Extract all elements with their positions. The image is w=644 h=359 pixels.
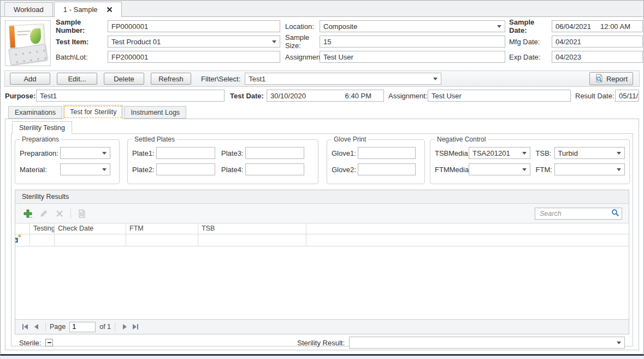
prev-page-button[interactable] [31, 321, 42, 332]
chevron-down-icon [617, 342, 621, 344]
tab-examinations[interactable]: Examinations [8, 106, 62, 119]
plate4-label: Plate4: [221, 166, 245, 174]
new-row[interactable]: * [15, 234, 629, 246]
col-ftm[interactable]: FTM [126, 223, 198, 234]
glove1-input[interactable] [358, 147, 416, 159]
search-icon[interactable] [611, 209, 619, 219]
mfg-date-input[interactable] [552, 36, 643, 48]
exp-date-input[interactable] [552, 51, 643, 63]
ftm-label: FTM: [536, 166, 554, 174]
tab-instrument-logs[interactable]: Instrument Logs [124, 106, 186, 119]
mfg-date-label: Mfg Date: [509, 38, 552, 46]
plate2-input[interactable] [156, 163, 215, 175]
material-combo[interactable] [60, 163, 110, 175]
sample-date-label: Sample Date: [509, 18, 552, 34]
tab-workload[interactable]: Workload [4, 2, 53, 16]
tab-sterility-testing[interactable]: Sterility Testing [12, 121, 72, 134]
close-icon[interactable] [107, 7, 113, 13]
sample-number-input[interactable] [108, 20, 280, 32]
delete-button[interactable]: Delete [104, 73, 144, 85]
action-toolbar: Add Edit... Delete Refresh Filter\Select… [4, 70, 640, 87]
plate4-input[interactable] [245, 163, 304, 175]
sample-form: Sample Number: Location: Composite Sampl… [56, 20, 643, 66]
plate3-input[interactable] [245, 147, 304, 159]
location-combo[interactable]: Composite [320, 20, 505, 32]
delete-row-icon[interactable] [54, 208, 66, 220]
sample-date-value: 06/04/2021 [556, 22, 591, 31]
tab-examinations-label: Examinations [15, 109, 56, 116]
results-toolbar [15, 204, 629, 223]
exp-date-label: Exp Date: [509, 53, 552, 61]
first-page-button[interactable] [20, 321, 31, 332]
col-testing[interactable]: Testing [30, 223, 55, 234]
add-button[interactable]: Add [10, 73, 50, 85]
ftm-combo[interactable] [554, 163, 625, 175]
ftm-media-label: FTMMedia: [435, 166, 469, 174]
tab-sterility-testing-label: Sterility Testing [19, 124, 65, 132]
result-date-input[interactable]: 05/11/2020 12:00 AM [615, 90, 639, 102]
main-tabs: Examinations Test for Sterility Instrume… [1, 104, 643, 119]
results-pager: Page of 1 [15, 319, 629, 334]
preparation-combo[interactable] [60, 147, 110, 159]
plate3-label: Plate3: [221, 149, 245, 157]
filter-select-label: Filter\Select: [201, 75, 240, 83]
col-tsb[interactable]: TSB [198, 223, 306, 234]
glove2-label: Glove2: [332, 166, 358, 174]
new-row-cell[interactable] [30, 234, 55, 246]
sterility-result-combo[interactable] [349, 337, 625, 349]
last-page-button[interactable] [130, 321, 141, 332]
next-page-button[interactable] [119, 321, 130, 332]
tsb-label: TSB: [536, 149, 554, 157]
new-row-cell[interactable] [55, 234, 126, 246]
glove-print-group: Glove Print Glove1: Glove2: [327, 139, 425, 184]
plate1-label: Plate1: [132, 149, 156, 157]
sample-date-input[interactable]: 06/04/2021 12:00 AM [552, 20, 643, 32]
plate1-input[interactable] [156, 147, 215, 159]
purpose-input[interactable] [36, 90, 224, 102]
new-row-cell [306, 234, 629, 246]
sample-header: Sample Number: Location: Composite Sampl… [1, 17, 643, 68]
sample-number-label: Sample Number: [56, 18, 108, 34]
test-item-combo[interactable]: Test Product 01 [108, 36, 280, 48]
settled-plates-title: Settled Plates [132, 136, 177, 143]
sterile-checkbox[interactable] [45, 339, 53, 346]
col-filler [306, 223, 629, 234]
location-value: Composite [323, 22, 357, 31]
edit-button[interactable]: Edit... [57, 73, 97, 85]
sample-size-input[interactable] [320, 36, 505, 48]
batch-lot-label: Batch\Lot: [56, 53, 108, 61]
page-label: Page [50, 323, 66, 331]
test-date-value: 30/10/2020 [270, 92, 306, 100]
new-row-cell[interactable] [126, 234, 198, 246]
chevron-down-icon [102, 152, 107, 155]
batch-lot-input[interactable] [108, 51, 280, 63]
report-button[interactable]: Report [589, 72, 633, 85]
sterility-tab-content: Sterility Testing Preparations Preparati… [5, 119, 639, 350]
inner-tabs: Sterility Testing [5, 119, 639, 133]
filter-select-combo[interactable]: Test1 [245, 73, 441, 85]
preparation-label: Preparation: [20, 149, 60, 157]
test-assignment-input[interactable] [428, 90, 571, 102]
col-check-date[interactable]: Check Date [55, 223, 126, 234]
tab-test-for-sterility[interactable]: Test for Sterility [63, 105, 123, 119]
new-row-cell[interactable] [198, 234, 306, 246]
glove2-input[interactable] [358, 163, 416, 175]
search-input[interactable] [540, 210, 611, 217]
test-date-input[interactable]: 30/10/2020 6:40 PM [267, 90, 384, 102]
refresh-button[interactable]: Refresh [151, 73, 191, 85]
tsb-media-combo[interactable]: TSA201201 [469, 147, 530, 159]
assignment-input[interactable] [320, 51, 505, 63]
export-excel-icon[interactable] [75, 208, 87, 220]
tsb-value: Turbid [558, 149, 578, 157]
location-label: Location: [285, 22, 320, 31]
tsb-combo[interactable]: Turbid [554, 147, 625, 159]
sterility-testing-panel: Preparations Preparation: Material: [11, 133, 633, 346]
ftm-media-combo[interactable] [469, 163, 530, 175]
group-boxes-row: Preparations Preparation: Material: [15, 139, 629, 184]
tab-sample[interactable]: 1 - Sample [54, 2, 122, 17]
edit-row-icon[interactable] [38, 208, 50, 220]
page-number-input[interactable] [69, 322, 96, 332]
tab-sample-label: 1 - Sample [63, 5, 98, 14]
assignment-label: Assignment: [285, 53, 320, 61]
add-row-icon[interactable] [22, 208, 34, 220]
